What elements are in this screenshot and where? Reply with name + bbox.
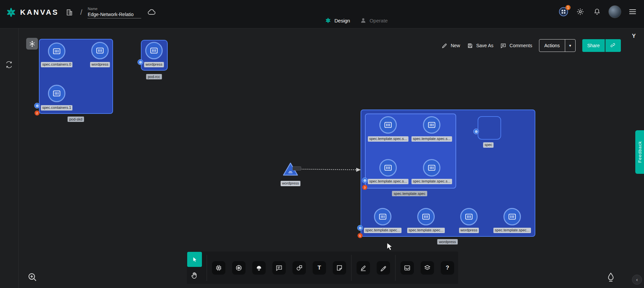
saved-designs-tool[interactable] [400, 261, 414, 275]
node-label: spec.containers.0 [41, 62, 72, 67]
container-node[interactable] [503, 208, 521, 225]
design-tab-icon [324, 17, 332, 24]
container-icon [384, 163, 392, 172]
container-node[interactable] [423, 116, 440, 134]
container-node[interactable] [379, 159, 397, 176]
link-icon [610, 42, 616, 49]
cluster-flake-button[interactable] [26, 38, 38, 50]
caret-down-icon[interactable]: ▾ [565, 40, 575, 52]
group-label: spec.template.spec [392, 191, 427, 196]
menu-hamburger-icon[interactable] [627, 6, 638, 17]
operate-tab-label: Operate [370, 18, 388, 23]
annotate-tool[interactable] [357, 261, 370, 275]
container-node[interactable] [417, 208, 435, 225]
collapse-panel-button[interactable]: ‹ [632, 275, 642, 285]
container-node[interactable] [48, 43, 65, 60]
mode-tabs: Design Operate [324, 17, 388, 24]
design-name-input[interactable]: Edge-Network-Relatio [88, 11, 141, 18]
shapes-icon [295, 264, 303, 272]
issue-count-badge[interactable]: 3 [362, 185, 367, 190]
k8s-badge-icon[interactable] [473, 129, 479, 134]
node-label: spec.template.spec... [364, 228, 401, 233]
node-label: wordpress [281, 181, 301, 186]
kubernetes-helm-icon [235, 264, 243, 272]
hand-icon [190, 271, 199, 280]
feedback-label: Feedback [637, 141, 642, 163]
k8s-badge-icon[interactable] [34, 103, 40, 109]
k8s-badge-icon[interactable] [357, 225, 363, 231]
container-node[interactable] [379, 116, 397, 134]
container-node[interactable] [423, 159, 440, 176]
k8s-badge-icon[interactable] [138, 59, 143, 65]
shapes-blob-tool[interactable] [252, 261, 266, 275]
help-icon: ? [446, 265, 449, 271]
mouse-cursor [386, 242, 394, 251]
spec-node[interactable] [478, 116, 501, 140]
kanvas-logo[interactable]: KANVAS [5, 7, 59, 18]
user-avatar[interactable] [608, 5, 621, 18]
history-sync-icon[interactable] [5, 60, 13, 69]
save-as-button[interactable]: Save As [467, 43, 493, 49]
chip-icon [215, 264, 223, 272]
k8s-badge-icon[interactable] [362, 177, 368, 183]
edge-label-chip [292, 166, 301, 170]
new-button[interactable]: New [441, 43, 460, 49]
name-label: Name [88, 7, 141, 11]
node-label: spec.template.spec.s... [412, 179, 452, 184]
cloud-sync-icon[interactable] [147, 7, 157, 18]
text-tool[interactable]: T [313, 261, 326, 275]
edge-connector[interactable] [297, 165, 364, 173]
freehand-draw-tool[interactable] [377, 261, 390, 275]
share-label: Share [587, 43, 600, 48]
comment-bubble-icon [275, 264, 283, 272]
drawer-icon [403, 264, 411, 272]
actions-dropdown-button[interactable]: Actions ▾ [539, 39, 576, 52]
pan-hand-tool[interactable] [187, 268, 202, 283]
feedback-tab[interactable]: Feedback [635, 130, 644, 174]
extensions-icon[interactable]: 1 [558, 6, 569, 17]
container-node[interactable] [374, 208, 391, 225]
container-node[interactable] [460, 208, 478, 225]
kubernetes-tool[interactable] [232, 261, 246, 275]
save-icon [467, 43, 473, 49]
validate-drop-icon[interactable] [605, 271, 616, 283]
zoom-search-icon[interactable] [26, 271, 38, 283]
help-tool[interactable]: ? [441, 261, 454, 275]
copy-link-button[interactable] [605, 39, 621, 52]
components-chip-tool[interactable] [212, 261, 225, 275]
container-icon [378, 212, 387, 221]
container-icon [96, 46, 104, 55]
organization-icon[interactable] [64, 7, 75, 18]
container-icon [52, 89, 61, 98]
panel-handle-icon[interactable]: Y [632, 33, 636, 40]
layers-icon [423, 264, 431, 272]
share-button[interactable]: Share [582, 39, 605, 52]
shapes-tool[interactable] [292, 261, 306, 275]
snowflake-icon [29, 40, 36, 48]
node-label: spec.template.spec.s... [368, 136, 409, 142]
design-name-block: Name Edge-Network-Relatio [88, 7, 141, 18]
design-tab-label: Design [334, 18, 350, 23]
breadcrumb-slash: / [80, 8, 82, 17]
tab-design[interactable]: Design [324, 17, 350, 24]
issue-count-badge[interactable]: 2 [35, 111, 40, 116]
spec-template-spec-group[interactable] [365, 114, 456, 189]
node-label: wordpress [459, 228, 479, 233]
container-node[interactable] [91, 42, 109, 59]
select-cursor-tool[interactable] [187, 252, 202, 267]
note-tool[interactable] [333, 261, 346, 275]
settings-gear-icon[interactable] [575, 6, 586, 17]
toolbar-divider [395, 255, 395, 281]
container-icon [150, 46, 158, 55]
node-label: spec.containers.1 [41, 105, 72, 111]
container-node[interactable] [145, 42, 163, 59]
container-icon [384, 121, 392, 129]
notifications-bell-icon[interactable] [592, 6, 602, 17]
comments-button[interactable]: Comments [500, 43, 532, 49]
issue-count-badge[interactable]: 5 [358, 233, 363, 238]
layers-tool[interactable] [421, 261, 434, 275]
container-node[interactable] [48, 85, 65, 102]
toolbar-divider [351, 255, 352, 281]
comment-tool[interactable] [272, 261, 286, 275]
tab-operate[interactable]: Operate [360, 17, 388, 24]
